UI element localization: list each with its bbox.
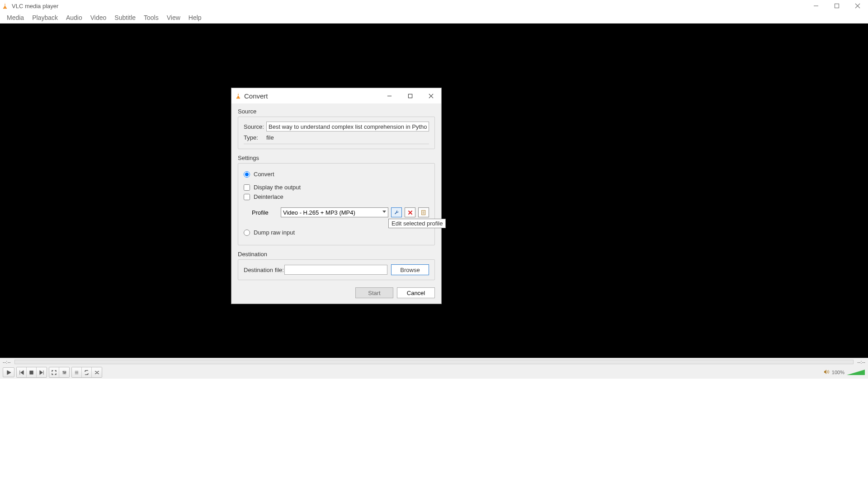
svg-rect-9 <box>236 98 240 99</box>
titlebar: VLC media player <box>0 0 868 12</box>
destination-file-input[interactable] <box>284 265 387 275</box>
playlist-button[interactable] <box>72 367 82 377</box>
fullscreen-button[interactable] <box>49 367 59 377</box>
menu-audio[interactable]: Audio <box>62 13 86 23</box>
source-group: Source: Type: file <box>238 117 435 149</box>
display-output-label: Display the output <box>254 184 301 191</box>
window-maximize-button[interactable] <box>826 0 847 12</box>
svg-rect-11 <box>408 94 412 98</box>
dump-raw-radio[interactable] <box>244 230 250 236</box>
convert-dialog: Convert Source Source: Type: file <box>231 88 442 304</box>
volume-percent: 100% <box>832 370 844 375</box>
window-title: VLC media player <box>12 3 58 9</box>
ext-settings-button[interactable] <box>59 367 69 377</box>
type-value: file <box>266 134 274 141</box>
seek-slider[interactable] <box>14 360 854 364</box>
settings-group-label: Settings <box>238 155 435 161</box>
menu-video[interactable]: Video <box>86 13 111 23</box>
source-label: Source: <box>244 123 266 130</box>
svg-rect-7 <box>238 94 239 94</box>
convert-radio[interactable] <box>244 171 250 178</box>
dump-raw-label: Dump raw input <box>254 229 295 236</box>
display-output-checkbox[interactable] <box>244 184 250 191</box>
profile-label: Profile <box>252 209 281 216</box>
browse-button[interactable]: Browse <box>391 264 429 275</box>
volume-slider[interactable] <box>846 369 865 376</box>
destination-group-label: Destination <box>238 251 435 258</box>
seek-bar-row: --:-- --:-- <box>0 358 868 366</box>
convert-radio-label: Convert <box>254 171 274 178</box>
dialog-title: Convert <box>244 92 268 100</box>
cancel-button[interactable]: Cancel <box>397 287 435 298</box>
menu-playback[interactable]: Playback <box>28 13 62 23</box>
new-profile-icon <box>421 210 427 216</box>
destination-group: Destination file: Browse <box>238 259 435 280</box>
total-time: --:-- <box>857 359 865 365</box>
svg-point-20 <box>64 372 65 373</box>
window-minimize-button[interactable] <box>806 0 826 12</box>
svg-rect-8 <box>237 95 239 96</box>
svg-rect-4 <box>835 4 839 8</box>
dialog-close-button[interactable] <box>420 88 441 103</box>
deinterlace-checkbox[interactable] <box>244 194 250 200</box>
svg-rect-2 <box>3 8 7 9</box>
source-input[interactable] <box>266 122 429 131</box>
menu-help[interactable]: Help <box>184 13 206 23</box>
video-area: Convert Source Source: Type: file <box>0 23 868 358</box>
shuffle-button[interactable] <box>92 367 102 377</box>
svg-point-19 <box>62 371 63 372</box>
menu-subtitle[interactable]: Subtitle <box>110 13 140 23</box>
delete-profile-button[interactable] <box>405 207 415 217</box>
profile-select[interactable]: Video - H.265 + MP3 (MP4) <box>281 207 388 217</box>
wrench-icon <box>394 210 400 216</box>
play-button[interactable] <box>3 367 14 377</box>
controls-bar: 100% <box>0 366 868 379</box>
svg-rect-18 <box>30 371 33 374</box>
edit-profile-button[interactable] <box>391 207 402 217</box>
vlc-cone-icon <box>2 2 8 9</box>
tooltip-edit-profile: Edit selected profile <box>388 219 446 228</box>
profile-selected-value: Video - H.265 + MP3 (MP4) <box>283 209 355 216</box>
menu-media[interactable]: Media <box>3 13 28 23</box>
x-icon <box>407 210 413 216</box>
settings-group: Convert Display the output Deinterlace P… <box>238 163 435 245</box>
loop-button[interactable] <box>82 367 92 377</box>
deinterlace-label: Deinterlace <box>254 193 283 200</box>
svg-rect-0 <box>5 4 6 5</box>
next-button[interactable] <box>37 367 47 377</box>
svg-point-21 <box>65 371 66 372</box>
chevron-down-icon <box>382 211 386 213</box>
speaker-icon[interactable] <box>824 369 830 375</box>
dialog-titlebar: Convert <box>231 88 441 103</box>
start-button[interactable]: Start <box>355 287 393 298</box>
type-label: Type: <box>244 134 266 141</box>
destination-file-label: Destination file: <box>244 267 284 273</box>
menu-view[interactable]: View <box>163 13 184 23</box>
menu-tools[interactable]: Tools <box>140 13 163 23</box>
menubar: Media Playback Audio Video Subtitle Tool… <box>0 12 868 23</box>
elapsed-time: --:-- <box>3 359 11 365</box>
svg-rect-1 <box>4 5 6 6</box>
new-profile-button[interactable] <box>418 207 429 217</box>
prev-button[interactable] <box>17 367 27 377</box>
stop-button[interactable] <box>27 367 37 377</box>
dialog-minimize-button[interactable] <box>379 88 400 103</box>
vlc-cone-icon <box>235 92 241 99</box>
source-group-label: Source <box>238 108 435 115</box>
window-close-button[interactable] <box>847 0 868 12</box>
dialog-maximize-button[interactable] <box>400 88 420 103</box>
